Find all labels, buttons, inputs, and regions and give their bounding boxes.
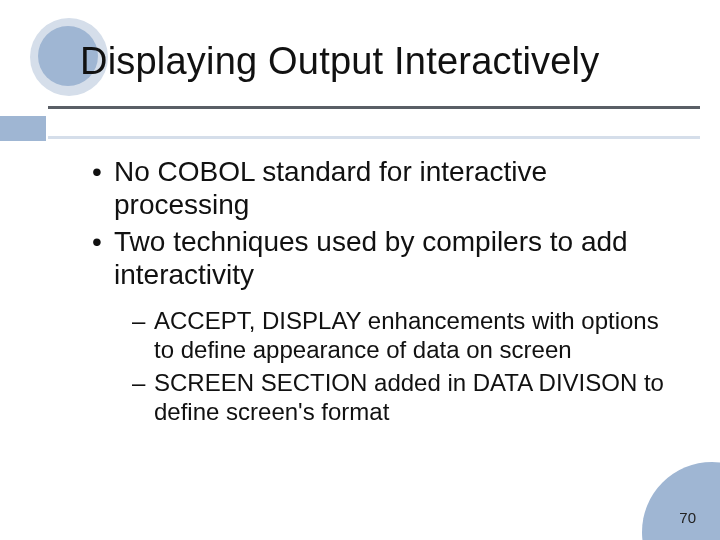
bullet-text: Two techniques used by compilers to add … <box>114 226 628 290</box>
sub-bullet-item: SCREEN SECTION added in DATA DIVISON to … <box>132 369 670 427</box>
slide-body: No COBOL standard for interactive proces… <box>92 155 670 430</box>
title-rule-light <box>48 136 700 139</box>
sub-bullet-text: SCREEN SECTION added in DATA DIVISON to … <box>154 369 664 425</box>
sub-bullet-item: ACCEPT, DISPLAY enhancements with option… <box>132 307 670 365</box>
bullet-list-level1: No COBOL standard for interactive proces… <box>92 155 670 426</box>
left-accent-bar <box>0 116 46 141</box>
slide: Displaying Output Interactively No COBOL… <box>0 0 720 540</box>
page-number: 70 <box>679 509 696 526</box>
bullet-item: Two techniques used by compilers to add … <box>92 225 670 426</box>
bullet-item: No COBOL standard for interactive proces… <box>92 155 670 221</box>
bullet-list-level2: ACCEPT, DISPLAY enhancements with option… <box>132 307 670 426</box>
title-rule-dark <box>48 106 700 109</box>
slide-title: Displaying Output Interactively <box>80 40 690 83</box>
bullet-text: No COBOL standard for interactive proces… <box>114 156 547 220</box>
decor-corner-circle <box>642 462 720 540</box>
sub-bullet-text: ACCEPT, DISPLAY enhancements with option… <box>154 307 659 363</box>
